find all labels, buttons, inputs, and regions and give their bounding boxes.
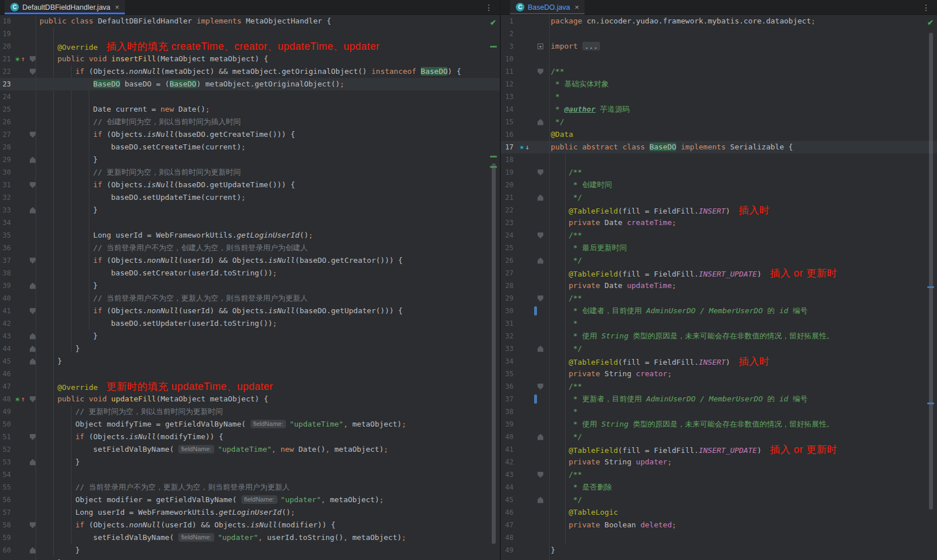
code-line[interactable]: 2	[501, 27, 937, 40]
code-line[interactable]: 42baseDO.setUpdater(userId.toString());	[0, 317, 500, 330]
inspections-ok-icon[interactable]: ✔	[490, 18, 496, 27]
code-text[interactable]: if (Objects.isNull(baseDO.getCreateTime(…	[38, 128, 500, 141]
line-number[interactable]: 41	[501, 443, 517, 456]
close-icon[interactable]: ×	[115, 3, 120, 11]
code-line[interactable]: 29/**	[501, 292, 937, 305]
code-text[interactable]: * @author 芋道源码	[549, 103, 937, 116]
code-text[interactable]: * 使用 String 类型的原因是，未来可能会存在非数值的情况，留好拓展性。	[549, 418, 937, 431]
editor-pane-left[interactable]: C DefaultDBFieldHandler.java × ⋮ 18publi…	[0, 0, 500, 560]
line-number[interactable]: 1	[501, 15, 517, 27]
code-line[interactable]: 55// 当前登录用户不为空，更新人为空，则当前登录用户为更新人	[0, 481, 500, 494]
code-text[interactable]: private String updater;	[549, 456, 937, 468]
code-line[interactable]: 45 */	[501, 494, 937, 506]
line-number[interactable]: 20	[501, 179, 517, 191]
code-text[interactable]: // 当前登录用户不为空，创建人为空，则当前登录用户为创建人	[38, 242, 500, 254]
line-number[interactable]: 40	[0, 292, 13, 305]
close-icon[interactable]: ×	[575, 3, 579, 11]
code-text[interactable]: *	[549, 317, 937, 330]
fold-marker-icon[interactable]	[30, 308, 36, 314]
code-text[interactable]: /**	[549, 65, 937, 78]
code-line[interactable]: 25 * 最后更新时间	[501, 242, 937, 254]
code-text[interactable]: */	[549, 494, 937, 506]
code-line[interactable]: 20@Override插入时的填充 createTime、creator、upd…	[0, 40, 500, 53]
fold-marker-icon[interactable]	[538, 295, 543, 302]
code-text[interactable]: if (Objects.isNull(modifyTime)) {	[38, 431, 500, 443]
code-line[interactable]: 22@TableField(fill = FieldFill.INSERT)插入…	[501, 204, 937, 216]
code-text[interactable]: Long userId = WebFrameworkUtils.getLogin…	[38, 506, 500, 519]
code-line[interactable]: 39 * 使用 String 类型的原因是，未来可能会存在非数值的情况，留好拓展…	[501, 418, 937, 431]
line-number[interactable]: 40	[501, 431, 517, 443]
code-text[interactable]: * 基础实体对象	[549, 78, 937, 90]
code-line[interactable]: 13 *	[501, 90, 937, 103]
code-line[interactable]: 23private Date createTime;	[501, 216, 937, 229]
code-text[interactable]: * 创建时间	[549, 179, 937, 191]
code-text[interactable]: */	[549, 431, 937, 443]
fold-column[interactable]	[28, 279, 38, 292]
fold-marker-icon[interactable]	[538, 169, 543, 176]
code-text[interactable]: *	[549, 90, 937, 103]
code-text[interactable]: }	[38, 342, 500, 355]
line-number[interactable]: 41	[0, 305, 13, 317]
line-number[interactable]: 49	[501, 544, 517, 557]
fold-column[interactable]	[28, 342, 38, 355]
line-number[interactable]: 44	[501, 481, 517, 494]
fold-column[interactable]	[532, 65, 549, 78]
code-line[interactable]: 38 *	[501, 405, 937, 418]
code-line[interactable]: 19	[0, 27, 500, 40]
code-line[interactable]: 22if (Objects.nonNull(metaObject) && met…	[0, 65, 500, 78]
line-number[interactable]: 45	[501, 494, 517, 506]
line-number[interactable]: 31	[501, 317, 517, 330]
scrollbar-thumb[interactable]	[492, 163, 496, 544]
code-line[interactable]: 35private String creator;	[501, 368, 937, 380]
code-line[interactable]: 39}	[0, 279, 500, 292]
line-number[interactable]: 15	[501, 116, 517, 128]
code-line[interactable]: 30 * 创建者，目前使用 AdminUserDO / MemberUserDO…	[501, 305, 937, 317]
code-text[interactable]: import ...	[549, 40, 937, 53]
code-text[interactable]: * 创建者，目前使用 AdminUserDO / MemberUserDO 的 …	[549, 305, 937, 317]
code-line[interactable]: 49}	[501, 544, 937, 557]
code-line[interactable]: 29}	[0, 153, 500, 166]
fold-column[interactable]	[28, 53, 38, 65]
code-text[interactable]: }	[38, 557, 500, 560]
more-options-icon[interactable]: ⋮	[920, 2, 932, 13]
code-line[interactable]: 30// 更新时间为空，则以当前时间为更新时间	[0, 166, 500, 179]
code-text[interactable]: package cn.iocoder.yudao.framework.mybat…	[549, 15, 937, 27]
code-line[interactable]: 37 * 更新者，目前使用 AdminUserDO / MemberUserDO…	[501, 393, 937, 405]
has-implementations-icon[interactable]: ↓	[519, 144, 529, 151]
code-line[interactable]: 16@Data	[501, 128, 937, 141]
fold-marker-icon[interactable]	[30, 358, 36, 365]
code-line[interactable]: 50Object modifyTime = getFieldValByName(…	[0, 418, 500, 431]
fold-column[interactable]	[28, 305, 38, 317]
line-number[interactable]: 19	[0, 27, 13, 40]
fold-marker-icon[interactable]	[30, 258, 36, 264]
line-number[interactable]: 27	[501, 267, 517, 279]
fold-marker-icon[interactable]	[30, 396, 36, 403]
code-line[interactable]: 57Long userId = WebFrameworkUtils.getLog…	[0, 506, 500, 519]
line-number[interactable]: 17	[501, 141, 517, 153]
code-text[interactable]: Date current = new Date();	[38, 103, 500, 116]
code-line[interactable]: 47@Override更新时的填充 updateTime、updater	[0, 380, 500, 393]
code-line[interactable]: 36// 当前登录用户不为空，创建人为空，则当前登录用户为创建人	[0, 242, 500, 254]
line-number[interactable]: 37	[501, 393, 517, 405]
code-text[interactable]: Object modifier = getFieldValByName( fie…	[38, 494, 500, 506]
code-text[interactable]: /**	[549, 229, 937, 242]
fold-column[interactable]	[28, 519, 38, 531]
code-line[interactable]: 51if (Objects.isNull(modifyTime)) {	[0, 431, 500, 443]
code-text[interactable]	[549, 531, 937, 544]
line-number[interactable]: 54	[0, 468, 13, 481]
code-text[interactable]: // 更新时间为空，则以当前时间为更新时间	[38, 166, 500, 179]
line-number[interactable]: 33	[501, 342, 517, 355]
fold-column[interactable]	[28, 179, 38, 191]
code-text[interactable]: @Override更新时的填充 updateTime、updater	[38, 380, 500, 393]
fold-column[interactable]	[532, 229, 549, 242]
code-line[interactable]: 34	[0, 216, 500, 229]
fold-column[interactable]	[28, 153, 38, 166]
code-text[interactable]: if (Objects.isNull(baseDO.getUpdateTime(…	[38, 179, 500, 191]
line-number[interactable]: 55	[0, 481, 13, 494]
code-line[interactable]: 43/**	[501, 468, 937, 481]
expand-fold-icon[interactable]: +	[538, 44, 543, 49]
fold-marker-icon[interactable]	[538, 232, 543, 239]
code-text[interactable]: }	[38, 544, 500, 557]
code-text[interactable]	[38, 90, 500, 103]
line-number[interactable]: 26	[0, 116, 13, 128]
